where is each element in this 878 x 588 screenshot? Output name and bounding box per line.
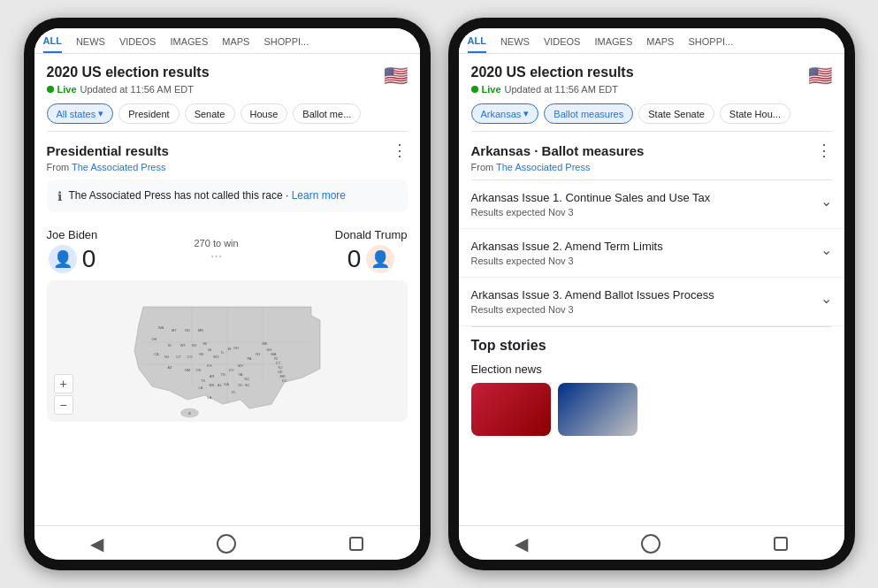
- svg-text:CO: CO: [187, 355, 192, 359]
- chip-house[interactable]: House: [240, 103, 288, 124]
- svg-text:SC: SC: [244, 383, 249, 387]
- election-title-left: 2020 US election results: [47, 65, 210, 80]
- section-title-row-right: Arkansas · Ballot measures ⋮: [459, 132, 844, 162]
- tab-images-right[interactable]: IMAGES: [594, 36, 632, 52]
- chip-ballot-measures[interactable]: Ballot measures: [544, 103, 633, 124]
- biden-avatar: 👤: [49, 245, 77, 273]
- filter-chips-left: All states ▾ President Senate House Ball…: [34, 103, 420, 131]
- tab-videos-right[interactable]: VIDEOS: [544, 36, 581, 52]
- tab-all-left[interactable]: ALL: [43, 35, 62, 53]
- svg-text:AZ: AZ: [167, 365, 172, 370]
- zoom-out-button[interactable]: −: [54, 395, 73, 415]
- notice-box-left: ℹ The Associated Press has not called th…: [47, 179, 408, 212]
- us-flag-right: 🇺🇸: [808, 65, 832, 88]
- live-label-right: Live: [482, 84, 501, 95]
- svg-text:NY: NY: [256, 352, 261, 356]
- recent-button-left[interactable]: [349, 537, 363, 551]
- ballot-issue-3[interactable]: Arkansas Issue 3. Amend Ballot Issues Pr…: [459, 278, 844, 326]
- section-title-left: Presidential results: [47, 143, 169, 158]
- back-button-left[interactable]: ◀: [90, 533, 103, 554]
- svg-text:OH: OH: [233, 346, 239, 350]
- news-thumb-2[interactable]: [558, 383, 638, 436]
- issue-3-subtitle: Results expected Nov 3: [471, 304, 714, 315]
- svg-text:MD: MD: [279, 374, 285, 378]
- svg-text:AR: AR: [209, 374, 214, 378]
- trump-avatar: 👤: [366, 245, 394, 273]
- dots-menu-left[interactable]: ⋮: [392, 141, 408, 160]
- svg-text:NH: NH: [266, 347, 271, 352]
- tab-all-right[interactable]: ALL: [468, 35, 486, 53]
- updated-text-left: Updated at 11:56 AM EDT: [80, 84, 194, 95]
- svg-text:OK: OK: [195, 368, 201, 372]
- filter-chips-right: Arkansas ▾ Ballot measures State Senate …: [459, 103, 844, 131]
- card-header-right: 2020 US election results Live Updated at…: [471, 65, 832, 103]
- tab-maps-left[interactable]: MAPS: [222, 36, 249, 52]
- expand-icon-2[interactable]: ⌄: [821, 241, 832, 258]
- issue-1-subtitle: Results expected Nov 3: [471, 207, 711, 218]
- chip-president[interactable]: President: [118, 103, 179, 124]
- tab-shopping-left[interactable]: SHOPPI...: [263, 36, 309, 52]
- tab-news-left[interactable]: NEWS: [76, 36, 105, 52]
- home-button-left[interactable]: [217, 534, 236, 554]
- us-map-svg: WA OR CA MT ND MN ID WY SD WI UT CO: [47, 280, 408, 422]
- chip-state-house[interactable]: State Hou...: [720, 103, 790, 124]
- chip-arkansas[interactable]: Arkansas ▾: [471, 103, 539, 124]
- svg-text:NE: NE: [199, 352, 204, 356]
- svg-text:NC: NC: [244, 377, 249, 381]
- svg-text:ND: ND: [185, 328, 190, 332]
- live-row-right: Live Updated at 11:56 AM EDT: [471, 84, 634, 95]
- tab-news-right[interactable]: NEWS: [500, 36, 530, 52]
- svg-text:IA: IA: [208, 347, 211, 352]
- svg-text:AL: AL: [218, 383, 223, 387]
- issue-3-title: Arkansas Issue 3. Amend Ballot Issues Pr…: [471, 288, 714, 302]
- back-button-right[interactable]: ◀: [515, 533, 528, 554]
- content-area-left: 2020 US election results Live Updated at…: [34, 54, 420, 525]
- svg-text:MT: MT: [172, 328, 177, 332]
- trump-score: 0: [347, 245, 362, 273]
- trump-score-row: 0 👤: [347, 245, 395, 273]
- dots-menu-right[interactable]: ⋮: [816, 141, 832, 160]
- chip-senate[interactable]: Senate: [185, 103, 235, 124]
- source-link-right[interactable]: The Associated Press: [496, 162, 590, 172]
- tab-images-left[interactable]: IMAGES: [170, 36, 208, 52]
- svg-text:DE: DE: [278, 370, 283, 374]
- card-header-left: 2020 US election results Live Updated at…: [47, 65, 408, 103]
- svg-text:TX: TX: [200, 378, 204, 383]
- search-tabs-right: ALL NEWS VIDEOS IMAGES MAPS SHOPPI...: [459, 28, 844, 54]
- phone-left-screen: ALL NEWS VIDEOS IMAGES MAPS SHOPPI... 20…: [34, 28, 420, 560]
- tab-maps-right[interactable]: MAPS: [646, 36, 674, 52]
- top-stories-header: Top stories: [459, 327, 844, 359]
- dots-separator: ···: [195, 248, 239, 264]
- chip-all-states[interactable]: All states ▾: [47, 103, 114, 124]
- svg-text:PA: PA: [247, 356, 251, 361]
- recent-button-right[interactable]: [774, 537, 788, 551]
- chip-ballot[interactable]: Ballot me...: [293, 103, 361, 124]
- live-row-left: Live Updated at 11:56 AM EDT: [47, 84, 210, 95]
- candidates-row-left: Joe Biden 👤 0 270 to win ··· Donald Trum…: [34, 221, 420, 280]
- svg-text:GA: GA: [224, 382, 229, 386]
- svg-text:NV: NV: [164, 355, 169, 359]
- expand-icon-3[interactable]: ⌄: [821, 290, 832, 307]
- expand-icon-1[interactable]: ⌄: [821, 193, 832, 210]
- ballot-issue-1[interactable]: Arkansas Issue 1. Continue Sales and Use…: [459, 180, 844, 229]
- biden-name: Joe Biden: [47, 228, 98, 241]
- live-dot-right: [471, 86, 478, 93]
- zoom-in-button[interactable]: +: [54, 374, 73, 393]
- learn-more-link[interactable]: Learn more: [292, 189, 346, 202]
- svg-text:HI: HI: [187, 412, 191, 416]
- chip-state-senate[interactable]: State Senate: [638, 103, 714, 124]
- election-card-left: 2020 US election results Live Updated at…: [34, 54, 420, 103]
- svg-text:MS: MS: [209, 383, 214, 387]
- source-link-left[interactable]: The Associated Press: [72, 162, 165, 172]
- news-thumb-1[interactable]: [471, 383, 551, 436]
- ballot-issue-2[interactable]: Arkansas Issue 2. Amend Term Limits Resu…: [459, 229, 844, 278]
- source-row-left: From The Associated Press: [34, 162, 420, 179]
- live-label-left: Live: [57, 84, 77, 95]
- tab-videos-left[interactable]: VIDEOS: [119, 36, 157, 52]
- ballot-issue-1-content: Arkansas Issue 1. Continue Sales and Use…: [471, 191, 711, 218]
- ballot-issue-2-content: Arkansas Issue 2. Amend Term Limits Resu…: [471, 240, 663, 266]
- svg-text:MO: MO: [213, 355, 218, 359]
- home-button-right[interactable]: [641, 534, 660, 554]
- tab-shopping-right[interactable]: SHOPPI...: [688, 36, 733, 52]
- svg-text:NM: NM: [184, 368, 189, 372]
